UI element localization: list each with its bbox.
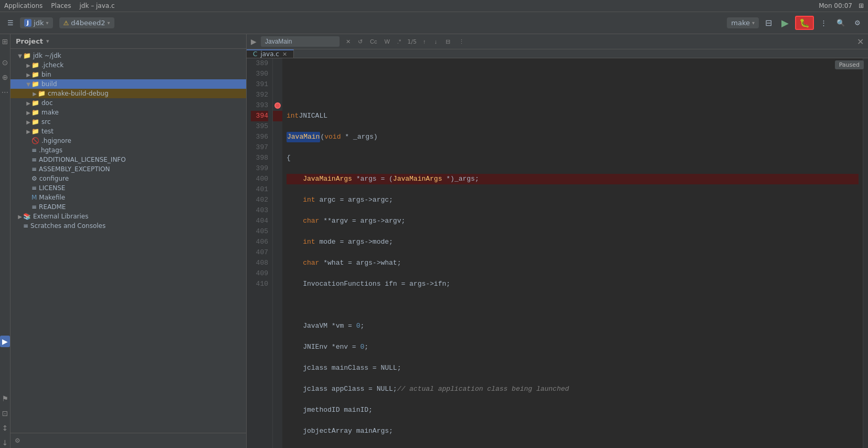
tree-item-src[interactable]: ▶ 📁 src [10, 117, 246, 127]
folder-icon: 📁 [31, 109, 39, 116]
settings-button[interactable]: ⚙ [851, 17, 864, 29]
breakpoint-dot-393[interactable] [274, 102, 281, 109]
search-word-button[interactable]: W [382, 37, 391, 46]
search-filter-button[interactable]: ⊟ [443, 37, 452, 46]
tree-item-doc[interactable]: ▶ 📁 doc [10, 98, 246, 108]
project-icon-rail[interactable]: ⊞ [1, 36, 9, 47]
project-dropdown-icon[interactable]: ▾ [46, 38, 49, 45]
tree-label-make: make [41, 109, 59, 116]
search-bar-expand[interactable]: ▶ [251, 37, 257, 46]
file-icon: ≡ [31, 147, 37, 154]
gutter-ln-391 [273, 79, 282, 90]
mainid-var: jmethodID mainID; [303, 405, 373, 415]
tree-item-hgtags[interactable]: ≡ .hgtags [10, 145, 246, 155]
search-bar: ▶ ✕ ↺ Cc W .* 1/5 ↑ ↓ ⊟ ⋮ ✕ [247, 34, 868, 49]
gutter-ln-404 [273, 216, 282, 226]
run-button[interactable]: ▶ [778, 15, 792, 31]
keyword-int: int [287, 111, 299, 121]
tree-label-cmake: cmake-build-debug [48, 90, 109, 97]
search-prev-button[interactable]: ↑ [421, 37, 428, 46]
search-everywhere-button[interactable]: 🔍 [833, 17, 848, 29]
branch-selector[interactable]: ⚠ d4beeed2 ▾ [59, 17, 114, 28]
tree-item-hgignore[interactable]: 🚫 .hgignore [10, 136, 246, 145]
git2-icon-rail[interactable]: ↕ [1, 423, 9, 433]
code-line-392: JavaMain(void * _args) [287, 132, 859, 142]
tree-label-lic: LICENSE [39, 184, 65, 192]
fn-args: ( [320, 132, 324, 142]
ln-396: 396 [251, 132, 268, 142]
search-refresh-button[interactable]: ↺ [356, 37, 365, 46]
branch-name: d4beeed2 [71, 19, 105, 27]
tab-java-c[interactable]: C java.c ✕ [247, 49, 294, 58]
tree-item-bin[interactable]: ▶ 📁 bin [10, 70, 246, 79]
structure-icon-rail[interactable]: ⊕ [1, 72, 9, 82]
paused-badge: Paused [835, 60, 864, 69]
ln-405: 405 [251, 226, 268, 237]
tree-item-configure[interactable]: ⚙ configure [10, 174, 246, 183]
folder-icon: 📁 [23, 52, 31, 59]
gutter-ln-397 [273, 142, 282, 153]
tree-item-license-info[interactable]: ≡ ADDITIONAL_LICENSE_INFO [10, 155, 246, 164]
more-options-button[interactable]: ⋮ [817, 17, 830, 29]
breakpoint-gutter[interactable] [273, 58, 282, 448]
search-regex-button[interactable]: .* [395, 37, 403, 46]
code-line-402: JNIEnv *env = 0; [287, 342, 859, 352]
scratch-icon: ≡ [23, 222, 28, 230]
tree-item-ext-libs[interactable]: ▶ 📚 External Libraries [10, 212, 246, 221]
ln-399: 399 [251, 163, 268, 174]
code-content[interactable]: int JNICALL JavaMain(void * _args) { Jav… [282, 58, 863, 448]
debug-button[interactable]: 🐛 [795, 16, 814, 30]
project-panel-title: Project [16, 37, 43, 45]
tab-close-java-c[interactable]: ✕ [282, 51, 287, 58]
gutter-ln-403 [273, 205, 282, 216]
places-menu[interactable]: Places [51, 2, 71, 9]
tree-item-readme[interactable]: ≡ README [10, 202, 246, 212]
tree-label-readme: README [39, 203, 66, 211]
project-selector[interactable]: J jdk ▾ [20, 17, 53, 28]
code-line-391: int JNICALL [287, 111, 859, 121]
javavm-var: JavaVM *vm = [303, 321, 356, 331]
tree-item-cmake[interactable]: ▶ 📁 cmake-build-debug [10, 89, 246, 98]
project-tree[interactable]: ▼ 📁 jdk ~/jdk ▶ 📁 .jcheck ▶ 📁 bin [10, 49, 246, 433]
ln-401: 401 [251, 184, 268, 195]
run-icon: ▶ [781, 17, 789, 29]
settings-bottom-icon[interactable]: ⚙ [13, 435, 244, 446]
search-next-button[interactable]: ↓ [432, 37, 439, 46]
gutter-ln-409 [273, 268, 282, 279]
star3: *)_args; [442, 174, 479, 184]
ln-409: 409 [251, 268, 268, 279]
search-case-button[interactable]: Cc [368, 37, 379, 46]
search-more-button[interactable]: ⋮ [457, 37, 467, 46]
filter-button[interactable]: ⊟ [762, 16, 775, 30]
tree-item-build[interactable]: ▼ 📁 build [10, 79, 246, 89]
tree-label-build: build [41, 80, 57, 88]
gutter-ln-393[interactable] [273, 100, 282, 111]
run-config-selector[interactable]: make ▾ [727, 17, 759, 28]
tree-item-make[interactable]: ▶ 📁 make [10, 108, 246, 117]
tree-label-hgtags: .hgtags [39, 147, 62, 154]
char-kw-398: char [303, 258, 319, 268]
applications-menu[interactable]: Applications [4, 2, 43, 9]
arrow-down-icon-rail[interactable]: ↓ [1, 437, 9, 448]
tree-item-makefile[interactable]: M Makefile [10, 193, 246, 202]
git-icon-rail[interactable]: ⊙ [1, 57, 9, 68]
terminal-icon-rail[interactable]: ⊡ [1, 408, 9, 419]
argc-var: argc = args->argc; [315, 195, 393, 205]
editor-scrollbar[interactable] [863, 58, 868, 448]
gutter-ln-390 [273, 69, 282, 79]
more-icon-rail[interactable]: ⋯ [1, 87, 10, 97]
c-file-icon: C [253, 50, 257, 58]
search-close-button[interactable]: ✕ [344, 37, 353, 46]
tree-item-jdk[interactable]: ▼ 📁 jdk ~/jdk [10, 51, 246, 60]
tree-item-scratches[interactable]: ≡ Scratches and Consoles [10, 221, 246, 231]
search-input[interactable] [261, 36, 340, 47]
tree-item-test[interactable]: ▶ 📁 test [10, 127, 246, 136]
tree-item-assembly[interactable]: ≡ ASSEMBLY_EXCEPTION [10, 164, 246, 174]
hamburger-button[interactable]: ☰ [4, 17, 17, 29]
tree-item-jcheck[interactable]: ▶ 📁 .jcheck [10, 60, 246, 70]
tree-item-lic[interactable]: ≡ LICENSE [10, 183, 246, 193]
debug-icon-rail[interactable]: ⚑ [1, 393, 9, 404]
search-close-x-button[interactable]: ✕ [857, 37, 864, 47]
run-icon-rail[interactable]: ▶ [0, 336, 10, 347]
file-icon: ≡ [31, 203, 37, 211]
